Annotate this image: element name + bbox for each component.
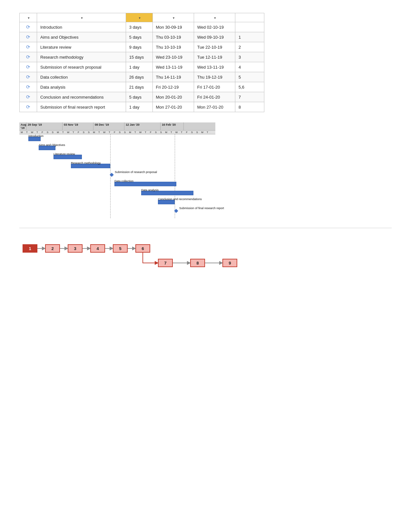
network-node-7: 7 bbox=[158, 259, 173, 267]
col-header-finish[interactable]: ▼ bbox=[194, 13, 235, 22]
table-row: ⟳ Research methodology 15 days Wed 23-10… bbox=[20, 52, 264, 62]
table-row: ⟳ Data collection 26 days Thu 14-11-19 T… bbox=[20, 72, 264, 82]
gantt-task-row: Data collection bbox=[19, 179, 215, 189]
task-finish-cell: Fri 24-01-20 bbox=[194, 92, 235, 102]
task-start-cell: Wed 13-11-19 bbox=[152, 62, 194, 72]
task-start-cell: Mon 20-01-20 bbox=[152, 92, 194, 102]
task-finish-cell: Tue 22-10-19 bbox=[194, 42, 235, 52]
gantt-day-cell: T bbox=[133, 131, 138, 134]
task-mode-cell: ⟳ bbox=[20, 22, 37, 32]
gantt-day-cell: W bbox=[102, 131, 107, 134]
task-pred-cell: 5 bbox=[235, 72, 264, 82]
task-mode-icon: ⟳ bbox=[26, 64, 30, 70]
gantt-day-cell: F bbox=[148, 131, 153, 134]
gantt-day-cell: F bbox=[184, 131, 190, 134]
task-finish-cell: Mon 27-01-20 bbox=[194, 102, 235, 112]
network-node-8: 8 bbox=[190, 259, 205, 267]
col-header-duration[interactable]: ▼ bbox=[126, 13, 152, 22]
gantt-day-cell: S bbox=[122, 131, 128, 134]
task-name-cell[interactable]: Submission of research proposal bbox=[37, 62, 126, 72]
task-name-cell[interactable]: Aims and Objectives bbox=[37, 32, 126, 42]
network-node-2: 2 bbox=[45, 244, 60, 253]
task-mode-cell: ⟳ bbox=[20, 72, 37, 82]
task-name-cell[interactable]: Research methodology bbox=[37, 52, 126, 62]
gantt-day-cell: M bbox=[200, 131, 205, 134]
sort-arrow-start: ▼ bbox=[172, 16, 175, 20]
network-node-1: 1 bbox=[23, 244, 37, 253]
gantt-day-cell: T bbox=[107, 131, 112, 134]
task-mode-cell: ⟳ bbox=[20, 62, 37, 72]
task-duration-cell: 15 days bbox=[126, 52, 152, 62]
gantt-task-bar bbox=[158, 200, 175, 204]
task-name-cell[interactable]: Conclusion and recommendations bbox=[37, 92, 126, 102]
gantt-day-cell: T bbox=[179, 131, 184, 134]
gantt-task-bar bbox=[114, 182, 176, 186]
network-node-5: 5 bbox=[113, 244, 128, 253]
col-header-name[interactable]: ▼ bbox=[37, 13, 126, 22]
gantt-tasks: IntroductionAims and ObjectivesLiteratur… bbox=[19, 134, 215, 218]
gantt-day-cell: T bbox=[97, 131, 102, 134]
gantt-day-cell: M bbox=[55, 131, 61, 134]
network-node-3: 3 bbox=[68, 244, 83, 253]
gantt-day-cell: S bbox=[45, 131, 50, 134]
gantt-day-cell: S bbox=[153, 131, 159, 134]
gantt-day-cell: M bbox=[19, 131, 24, 134]
gantt-day-cell: T bbox=[143, 131, 148, 134]
network-node-9: 9 bbox=[222, 259, 237, 267]
task-start-cell: Thu 03-10-19 bbox=[152, 32, 194, 42]
gantt-task-row: Submission of final research report bbox=[19, 207, 215, 216]
task-name-cell[interactable]: Data analysis bbox=[37, 82, 126, 92]
task-finish-cell: Fri 17-01-20 bbox=[194, 82, 235, 92]
gantt-day-cell: T bbox=[71, 131, 76, 134]
gantt-task-bar bbox=[28, 137, 41, 141]
task-mode-icon: ⟳ bbox=[26, 44, 30, 50]
sort-arrow-duration: ▼ bbox=[138, 16, 141, 20]
network-node-4: 4 bbox=[90, 244, 105, 253]
task-start-cell: Mon 30-09-19 bbox=[152, 22, 194, 32]
gantt-day-cell: S bbox=[50, 131, 55, 134]
task-duration-cell: 1 day bbox=[126, 102, 152, 112]
gantt-task-milestone bbox=[174, 209, 178, 213]
gantt-task-row: Literature review bbox=[19, 152, 215, 161]
task-duration-cell: 26 days bbox=[126, 72, 152, 82]
task-duration-cell: 1 day bbox=[126, 62, 152, 72]
task-pred-cell: 4 bbox=[235, 62, 264, 72]
col-header-start[interactable]: ▼ bbox=[152, 13, 194, 22]
gantt-month-cell: 08 Dec '19 bbox=[93, 122, 124, 130]
task-pred-cell bbox=[235, 22, 264, 32]
task-pred-cell: 1 bbox=[235, 32, 264, 42]
gantt-day-cell: M bbox=[128, 131, 133, 134]
gantt-day-cell: S bbox=[86, 131, 92, 134]
col-header-predecessors bbox=[235, 13, 264, 22]
task-finish-cell: Thu 19-12-19 bbox=[194, 72, 235, 82]
task-pred-cell: 8 bbox=[235, 102, 264, 112]
col-header-mode[interactable]: ▼ bbox=[20, 13, 37, 22]
task-name-cell[interactable]: Data collection bbox=[37, 72, 126, 82]
table-row: ⟳ Introduction 3 days Mon 30-09-19 Wed 0… bbox=[20, 22, 264, 32]
table-row: ⟳ Submission of final research report 1 … bbox=[20, 102, 264, 112]
gantt-day-cell: M bbox=[92, 131, 97, 134]
sort-arrow-finish: ▼ bbox=[213, 16, 216, 20]
sort-arrow-name: ▼ bbox=[80, 16, 83, 20]
gantt-day-cell: T bbox=[205, 131, 210, 134]
gantt-day-cell: T bbox=[169, 131, 174, 134]
gantt-day-cell: T bbox=[35, 131, 40, 134]
gantt-month-cell: 16 Feb '20 bbox=[161, 122, 184, 130]
task-finish-cell: Tue 12-11-19 bbox=[194, 52, 235, 62]
gantt-day-cell: M bbox=[164, 131, 169, 134]
task-mode-cell: ⟳ bbox=[20, 82, 37, 92]
task-duration-cell: 5 days bbox=[126, 32, 152, 42]
task-finish-cell: Wed 13-11-19 bbox=[194, 62, 235, 72]
task-mode-icon: ⟳ bbox=[26, 54, 30, 60]
gantt-day-cell: W bbox=[66, 131, 71, 134]
task-name-cell[interactable]: Literature review bbox=[37, 42, 126, 52]
task-name-cell[interactable]: Introduction bbox=[37, 22, 126, 32]
task-finish-cell: Wed 09-10-19 bbox=[194, 32, 235, 42]
gantt-task-bar bbox=[39, 146, 55, 150]
task-name-cell[interactable]: Submission of final research report bbox=[37, 102, 126, 112]
gantt-month-cell: Aug '19 bbox=[19, 122, 26, 130]
gantt-day-cell: S bbox=[117, 131, 122, 134]
task-mode-icon: ⟳ bbox=[26, 34, 30, 40]
task-mode-cell: ⟳ bbox=[20, 42, 37, 52]
task-pred-cell: 5,6 bbox=[235, 82, 264, 92]
